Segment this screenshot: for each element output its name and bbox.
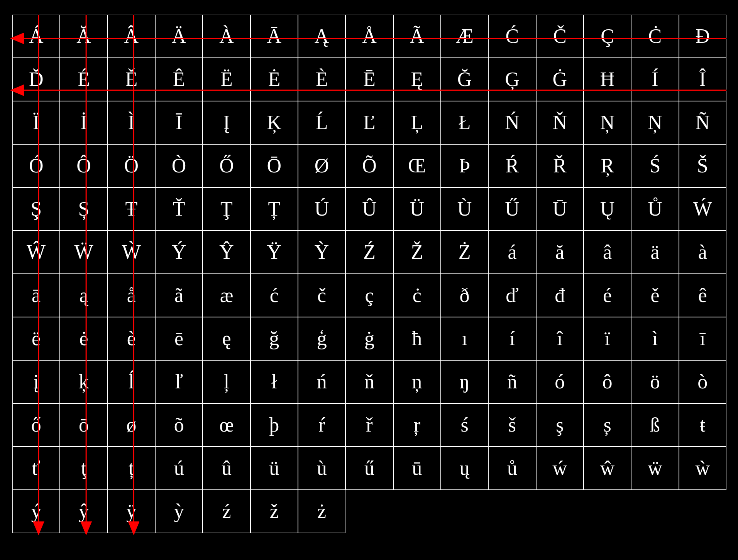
glyph-cell: Ņ [631,101,679,144]
glyph-cell: Ű [488,187,536,231]
glyph-grid: ÁĂÂÄÀĀĄÅÃÆĆČÇĊÐĎÉĚÊËĖÈĒĘĞĢĠĦÍÎÏİÌĪĮĶĹĽĻŁ… [12,15,726,533]
glyph-cell: Ť [155,187,203,231]
glyph-cell: ó [536,360,584,403]
glyph-cell: Ħ [584,58,631,101]
glyph-cell: Ỳ [298,231,345,274]
glyph-cell: ģ [298,317,345,360]
glyph-cell: ü [251,447,298,490]
glyph-cell: į [12,360,60,403]
glyph-cell: ç [345,274,393,317]
glyph-cell: Ē [345,58,393,101]
glyph-cell: ï [584,317,631,360]
glyph-cell: è [108,317,155,360]
glyph-cell: ä [631,231,679,274]
glyph-cell: ż [298,490,345,533]
glyph-cell: ø [108,403,155,447]
glyph-cell: Ž [393,231,441,274]
glyph-cell: ė [60,317,107,360]
glyph-cell: ď [488,274,536,317]
glyph-cell: õ [155,403,203,447]
glyph-cell: Ț [251,187,298,231]
glyph-cell: Č [536,15,584,58]
glyph-cell: ı [441,317,488,360]
glyph-cell: Ì [108,101,155,144]
glyph-cell: È [298,58,345,101]
glyph-cell: ľ [155,360,203,403]
glyph-cell: Ċ [631,15,679,58]
glyph-cell: Ķ [251,101,298,144]
glyph-cell: ú [155,447,203,490]
glyph-cell: ū [393,447,441,490]
glyph-cell: Ẁ [108,231,155,274]
glyph-cell: Ŷ [203,231,250,274]
glyph-cell: Þ [441,144,488,187]
glyph-cell: í [488,317,536,360]
glyph-cell: Ň [536,101,584,144]
glyph-cell: Î [679,58,726,101]
glyph-cell: Ŗ [584,144,631,187]
glyph-cell: á [488,231,536,274]
glyph-cell: Ë [203,58,250,101]
glyph-cell: đ [536,274,584,317]
glyph-cell: ŋ [441,360,488,403]
glyph-cell: ī [679,317,726,360]
glyph-cell: ř [345,403,393,447]
glyph-cell: ļ [203,360,250,403]
glyph-cell: Ò [155,144,203,187]
glyph-cell: î [536,317,584,360]
glyph-cell: ő [12,403,60,447]
glyph-cell: ã [155,274,203,317]
glyph-cell: à [679,231,726,274]
glyph-cell: æ [203,274,250,317]
glyph-cell: é [584,274,631,317]
glyph-cell: Š [679,144,726,187]
glyph-cell: Ď [12,58,60,101]
glyph-cell: Ī [155,101,203,144]
glyph-cell: ỳ [155,490,203,533]
glyph-cell: ě [631,274,679,317]
glyph-cell: Ų [584,187,631,231]
glyph-cell: Ū [536,187,584,231]
canvas: ÁĂÂÄÀĀĄÅÃÆĆČÇĊÐĎÉĚÊËĖÈĒĘĞĢĠĦÍÎÏİÌĪĮĶĹĽĻŁ… [0,0,738,560]
glyph-cell: Ń [488,101,536,144]
glyph-cell: Ø [298,144,345,187]
glyph-cell: ê [679,274,726,317]
glyph-cell: ô [584,360,631,403]
glyph-cell: Å [345,15,393,58]
glyph-cell: ł [251,360,298,403]
glyph-cell: ŕ [298,403,345,447]
glyph-cell: ź [203,490,250,533]
glyph-cell: ț [108,447,155,490]
glyph-cell: ì [631,317,679,360]
glyph-cell: Ã [393,15,441,58]
glyph-cell: ò [679,360,726,403]
glyph-cell: Ș [60,187,107,231]
glyph-cell: Ù [441,187,488,231]
glyph-cell: Ö [108,144,155,187]
glyph-cell: Ļ [393,101,441,144]
glyph-cell: Ğ [441,58,488,101]
glyph-cell: Í [631,58,679,101]
glyph-cell: ķ [60,360,107,403]
glyph-cell: Ā [251,15,298,58]
glyph-cell: ŵ [584,447,631,490]
glyph-cell: Ú [298,187,345,231]
glyph-cell: œ [203,403,250,447]
glyph-cell: ý [12,490,60,533]
glyph-cell: Ç [584,15,631,58]
glyph-cell: Ő [203,144,250,187]
glyph-cell: Ẃ [679,187,726,231]
glyph-cell: ħ [393,317,441,360]
glyph-cell: ș [584,403,631,447]
glyph-cell: þ [251,403,298,447]
glyph-cell: ë [12,317,60,360]
glyph-cell: ŧ [679,403,726,447]
glyph-cell: ć [251,274,298,317]
glyph-cell: À [203,15,250,58]
glyph-cell: Û [345,187,393,231]
glyph-cell: İ [60,101,107,144]
glyph-cell: Æ [441,15,488,58]
glyph-cell: Ï [12,101,60,144]
glyph-cell: ß [631,403,679,447]
glyph-cell: Ł [441,101,488,144]
